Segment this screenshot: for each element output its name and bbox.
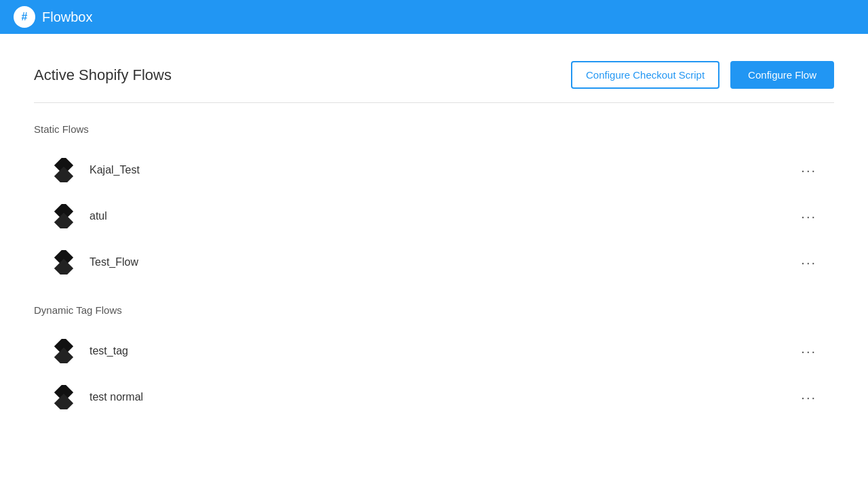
- diamond-bottom: [54, 394, 73, 409]
- more-options-button[interactable]: ···: [794, 205, 823, 228]
- diamond-bottom: [54, 348, 73, 363]
- more-options-button[interactable]: ···: [794, 386, 823, 409]
- more-options-button[interactable]: ···: [794, 251, 823, 274]
- more-options-icon: ···: [801, 255, 816, 270]
- flow-icon: [52, 250, 76, 274]
- diamond-bottom: [54, 167, 73, 182]
- flow-icon: [52, 339, 76, 363]
- more-options-button[interactable]: ···: [794, 159, 823, 182]
- configure-checkout-script-button[interactable]: Configure Checkout Script: [571, 61, 719, 89]
- divider: [34, 102, 834, 103]
- section-content-dynamic-tag-flows: test_tag ··· test normal ···: [34, 329, 834, 419]
- more-options-icon: ···: [801, 344, 816, 359]
- page-title: Active Shopify Flows: [34, 66, 172, 84]
- flow-name: test_tag: [90, 345, 794, 357]
- sections-container: Static Flows Kajal_Test ···: [34, 123, 834, 419]
- flow-icon: [52, 204, 76, 228]
- top-bar: Active Shopify Flows Configure Checkout …: [34, 61, 834, 89]
- app-header: # Flowbox: [0, 0, 868, 34]
- flow-icon: [52, 158, 76, 182]
- section-title-static-flows: Static Flows: [34, 123, 834, 135]
- list-item[interactable]: atul ···: [41, 195, 834, 238]
- more-options-icon: ···: [801, 209, 816, 224]
- list-item[interactable]: test normal ···: [41, 375, 834, 419]
- more-options-button[interactable]: ···: [794, 340, 823, 363]
- app-name: Flowbox: [42, 9, 92, 25]
- section-dynamic-tag-flows: Dynamic Tag Flows test_tag ···: [34, 304, 834, 419]
- flow-name: Kajal_Test: [90, 164, 794, 176]
- main-content: Active Shopify Flows Configure Checkout …: [0, 34, 868, 419]
- section-title-dynamic-tag-flows: Dynamic Tag Flows: [34, 304, 834, 316]
- flow-icon: [52, 385, 76, 409]
- section-content-static-flows: Kajal_Test ··· atul ···: [34, 148, 834, 284]
- list-item[interactable]: Kajal_Test ···: [41, 148, 834, 192]
- diamond-stack-icon: [54, 250, 74, 274]
- diamond-bottom: [54, 259, 73, 274]
- list-item[interactable]: Test_Flow ···: [41, 241, 834, 284]
- list-item[interactable]: test_tag ···: [41, 329, 834, 373]
- configure-flow-button[interactable]: Configure Flow: [730, 61, 834, 89]
- section-static-flows: Static Flows Kajal_Test ···: [34, 123, 834, 284]
- diamond-bottom: [54, 213, 73, 228]
- diamond-stack-icon: [54, 158, 74, 182]
- diamond-stack-icon: [54, 385, 74, 409]
- diamond-stack-icon: [54, 204, 74, 228]
- more-options-icon: ···: [801, 163, 816, 178]
- logo-symbol: #: [22, 11, 28, 23]
- logo-container: # Flowbox: [14, 6, 92, 28]
- flow-name: Test_Flow: [90, 256, 794, 268]
- top-buttons: Configure Checkout Script Configure Flow: [571, 61, 834, 89]
- logo-icon: #: [14, 6, 35, 28]
- flow-name: test normal: [90, 391, 794, 403]
- flow-name: atul: [90, 210, 794, 222]
- more-options-icon: ···: [801, 390, 816, 405]
- diamond-stack-icon: [54, 339, 74, 363]
